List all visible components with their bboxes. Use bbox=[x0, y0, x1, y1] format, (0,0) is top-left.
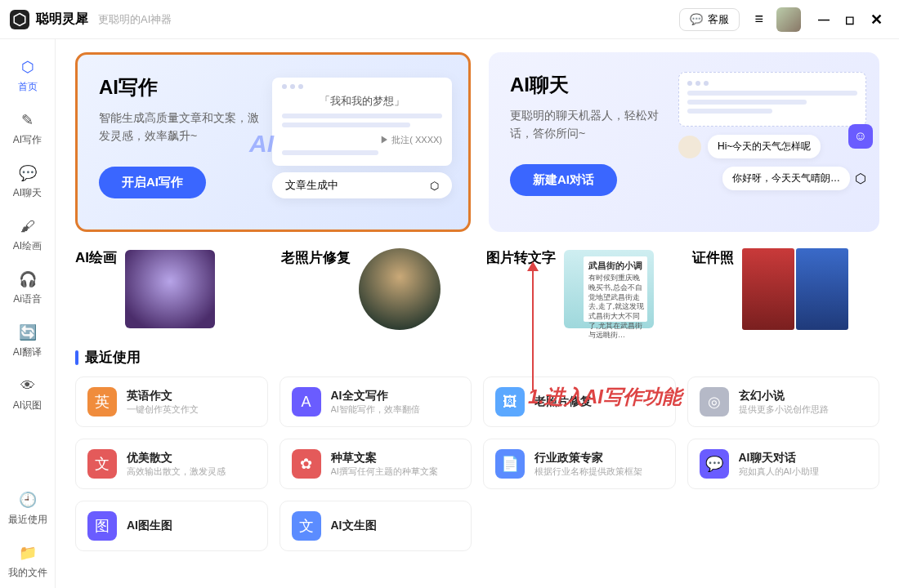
hero-writing-card[interactable]: AI写作 智能生成高质量文章和文案，激发灵感，效率飙升~ 开启AI写作 「我和我… bbox=[75, 52, 471, 232]
clock-icon: 🕘 bbox=[18, 490, 38, 510]
thumb-ai-paint[interactable]: AI绘画 bbox=[75, 248, 263, 330]
recent-item[interactable]: 📄 行业政策专家 根据行业名称提供政策框架 bbox=[483, 439, 676, 489]
recent-item-desc: 高效输出散文，激发灵感 bbox=[127, 466, 226, 478]
recent-item-icon: ◎ bbox=[700, 387, 729, 416]
pen-icon: ✎ bbox=[18, 110, 38, 130]
window-maximize-icon[interactable]: ◻ bbox=[837, 13, 863, 26]
support-label: 客服 bbox=[708, 12, 729, 27]
recent-item[interactable]: A AI全文写作 AI智能写作，效率翻倍 bbox=[280, 376, 472, 427]
recent-item-title: 玄幻小说 bbox=[739, 389, 829, 403]
recent-section-header: 最近使用 bbox=[75, 348, 879, 367]
recent-item-desc: AI智能写作，效率翻倍 bbox=[331, 403, 420, 416]
recent-item-desc: 一键创作英文作文 bbox=[127, 403, 199, 416]
thumb-id-photo[interactable]: 证件照 bbox=[692, 248, 880, 330]
recent-item-title: AI图生图 bbox=[127, 519, 172, 533]
sidebar-item-translate[interactable]: 🔄AI翻译 bbox=[0, 314, 55, 368]
recent-item-title: AI全文写作 bbox=[331, 389, 420, 403]
chat-bubble-ai: 你好呀，今天天气晴朗… bbox=[722, 167, 850, 190]
hexagon-icon: ⬡ bbox=[18, 57, 38, 77]
chat-bubble-icon: 💬 bbox=[690, 13, 703, 25]
recent-grid: 英 英语作文 一键创作英文作文 A AI全文写作 AI智能写作，效率翻倍 🖼 老… bbox=[75, 376, 879, 551]
translate-icon: 🔄 bbox=[18, 323, 38, 342]
recent-item-title: 种草文案 bbox=[331, 451, 438, 466]
mock-status-text: 文章生成中 bbox=[285, 178, 338, 193]
recent-item-title: 行业政策专家 bbox=[534, 451, 642, 466]
recent-item-title: 优美散文 bbox=[127, 451, 226, 466]
recent-item-icon: 📄 bbox=[495, 449, 525, 479]
recent-item[interactable]: 💬 AI聊天对话 宛如真人的AI小助理 bbox=[687, 439, 880, 489]
recent-item-title: AI文生图 bbox=[331, 519, 377, 533]
recent-item-desc: 宛如真人的AI小助理 bbox=[739, 466, 819, 478]
app-title: 聪明灵犀 bbox=[36, 11, 88, 28]
ai-badge: AI bbox=[249, 130, 274, 158]
recent-item-desc: 根据行业名称提供政策框架 bbox=[534, 466, 642, 478]
app-logo-icon bbox=[10, 10, 29, 29]
annotation-line bbox=[532, 268, 534, 390]
recent-item[interactable]: 图 AI图生图 bbox=[75, 501, 268, 551]
main-content: AI写作 智能生成高质量文章和文案，激发灵感，效率飙升~ 开启AI写作 「我和我… bbox=[56, 39, 899, 588]
svg-marker-0 bbox=[14, 13, 25, 25]
hexagon-icon: ⬡ bbox=[430, 180, 439, 192]
recent-item-desc: 提供更多小说创作思路 bbox=[739, 403, 829, 416]
sidebar-item-vision[interactable]: 👁AI识图 bbox=[0, 368, 55, 421]
recent-item[interactable]: ◎ 玄幻小说 提供更多小说创作思路 bbox=[687, 376, 880, 427]
recent-item-icon: ✿ bbox=[292, 449, 321, 479]
recent-item-title: 英语作文 bbox=[127, 389, 199, 403]
user-avatar[interactable] bbox=[776, 7, 801, 32]
hero-chat-card[interactable]: AI聊天 更聪明的聊天机器人，轻松对话，答你所问~ 新建AI对话 ☺ Hi~今天… bbox=[489, 52, 879, 232]
sidebar-item-chat[interactable]: 💬AI聊天 bbox=[0, 155, 55, 208]
sidebar-item-paint[interactable]: 🖌AI绘画 bbox=[0, 208, 55, 261]
recent-item-icon: 💬 bbox=[700, 449, 729, 479]
chat-avatar-icon: ☺ bbox=[848, 124, 873, 149]
brush-icon: 🖌 bbox=[18, 216, 38, 236]
sidebar: ⬡首页 ✎AI写作 💬AI聊天 🖌AI绘画 🎧Ai语音 🔄AI翻译 👁AI识图 … bbox=[0, 39, 56, 588]
recent-item-icon: 图 bbox=[87, 511, 117, 541]
folder-icon: 📁 bbox=[18, 543, 38, 563]
recent-item-icon: 文 bbox=[87, 449, 117, 479]
sidebar-item-writing[interactable]: ✎AI写作 bbox=[0, 102, 55, 155]
recent-item-icon: 🖼 bbox=[495, 387, 525, 416]
sidebar-item-voice[interactable]: 🎧Ai语音 bbox=[0, 261, 55, 314]
user-bubble-avatar bbox=[678, 136, 701, 158]
hero-chat-desc: 更聪明的聊天机器人，轻松对话，答你所问~ bbox=[510, 106, 677, 143]
recent-item-desc: AI撰写任何主题的种草文案 bbox=[331, 466, 438, 478]
ocr-sample-image: 武昌街的小调 有时候到重庆晚晚买书,总会不自觉地望武昌街走去,走了,就这发现式昌… bbox=[564, 250, 654, 328]
recent-item[interactable]: 英 英语作文 一键创作英文作文 bbox=[75, 376, 268, 427]
window-close-icon[interactable]: ✕ bbox=[863, 11, 889, 29]
id-photo-sample bbox=[742, 248, 848, 330]
recent-item-icon: A bbox=[292, 387, 321, 416]
menu-icon[interactable]: ≡ bbox=[748, 7, 770, 31]
headphone-icon: 🎧 bbox=[18, 270, 38, 289]
sidebar-item-home[interactable]: ⬡首页 bbox=[0, 49, 55, 102]
hero-chat-title: AI聊天 bbox=[510, 72, 677, 98]
new-chat-button[interactable]: 新建AI对话 bbox=[510, 164, 617, 196]
annotation-text: 1.进入AI写作功能 bbox=[528, 384, 682, 410]
app-tagline: 更聪明的AI神器 bbox=[98, 12, 172, 27]
recent-item-icon: 英 bbox=[87, 387, 117, 416]
recent-item-title: AI聊天对话 bbox=[739, 451, 819, 466]
sidebar-item-files[interactable]: 📁我的文件 bbox=[0, 535, 55, 588]
eye-icon: 👁 bbox=[18, 376, 38, 395]
recent-item[interactable]: 文 AI文生图 bbox=[280, 501, 472, 551]
chat-icon: 💬 bbox=[18, 163, 38, 183]
hero-writing-desc: 智能生成高质量文章和文案，激发灵感，效率飙升~ bbox=[99, 109, 266, 145]
mock-quote: 「我和我的梦想」 bbox=[282, 94, 442, 109]
recent-item[interactable]: 文 优美散文 高效输出散文，激发灵感 bbox=[75, 439, 268, 489]
titlebar: 聪明灵犀 更聪明的AI神器 💬 客服 ≡ — ◻ ✕ bbox=[0, 0, 899, 39]
hexagon-icon: ⬡ bbox=[855, 171, 866, 186]
thumb-photo-restore[interactable]: 老照片修复 bbox=[281, 248, 469, 330]
hero-writing-title: AI写作 bbox=[99, 74, 266, 100]
sidebar-item-recent[interactable]: 🕘最近使用 bbox=[0, 482, 55, 535]
recent-item[interactable]: ✿ 种草文案 AI撰写任何主题的种草文案 bbox=[280, 439, 472, 489]
restore-sample-image bbox=[359, 248, 441, 330]
writing-mock-preview: 「我和我的梦想」 ▶ 批注( XXXX) 文章生成中 ⬡ AI bbox=[272, 78, 452, 198]
paint-sample-image bbox=[125, 250, 215, 328]
recent-item-icon: 文 bbox=[292, 511, 321, 541]
chat-mock-preview: ☺ Hi~今天的天气怎样呢 你好呀，今天天气晴朗… ⬡ bbox=[678, 72, 866, 190]
mock-annotation-tag: ▶ 批注( XXXX) bbox=[380, 135, 442, 145]
thumb-ocr[interactable]: 图片转文字 武昌街的小调 有时候到重庆晚晚买书,总会不自觉地望武昌街走去,走了,… bbox=[486, 248, 674, 330]
chat-bubble-user: Hi~今天的天气怎样呢 bbox=[708, 135, 821, 158]
support-button[interactable]: 💬 客服 bbox=[679, 8, 740, 31]
window-minimize-icon[interactable]: — bbox=[811, 13, 837, 26]
start-writing-button[interactable]: 开启AI写作 bbox=[99, 167, 206, 198]
